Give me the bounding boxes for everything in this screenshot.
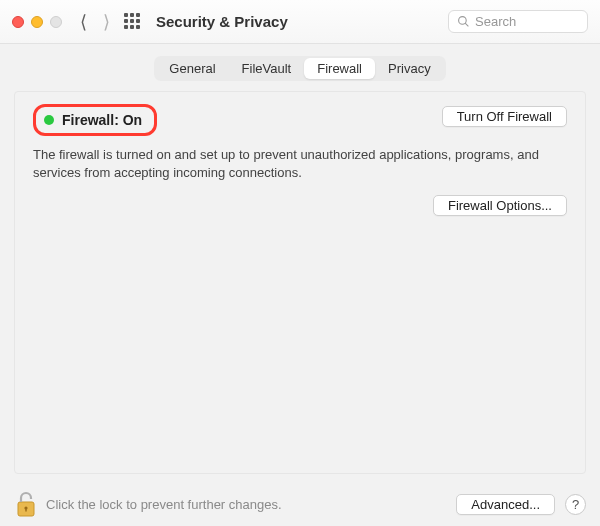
svg-point-0: [459, 17, 467, 25]
tab-group: General FileVault Firewall Privacy: [154, 56, 445, 81]
tab-firewall[interactable]: Firewall: [304, 58, 375, 79]
window-titlebar: ⟨ ⟩ Security & Privacy Search: [0, 0, 600, 44]
show-all-prefs-button[interactable]: [124, 13, 142, 31]
search-placeholder: Search: [475, 14, 516, 29]
firewall-options-button[interactable]: Firewall Options...: [433, 195, 567, 216]
options-row: Firewall Options...: [33, 195, 567, 216]
firewall-status-label: Firewall: On: [62, 112, 142, 128]
turn-off-firewall-button[interactable]: Turn Off Firewall: [442, 106, 567, 127]
footer-bar: Click the lock to prevent further change…: [0, 482, 600, 526]
tab-bar: General FileVault Firewall Privacy: [14, 56, 586, 81]
help-button[interactable]: ?: [565, 494, 586, 515]
status-row: Firewall: On Turn Off Firewall: [33, 106, 567, 136]
traffic-lights: [12, 16, 62, 28]
lock-hint-label: Click the lock to prevent further change…: [46, 497, 282, 512]
tab-general[interactable]: General: [156, 58, 228, 79]
firewall-status-highlight: Firewall: On: [33, 104, 157, 136]
forward-button[interactable]: ⟩: [103, 11, 110, 33]
status-indicator-icon: [44, 115, 54, 125]
window-title: Security & Privacy: [156, 13, 288, 30]
search-field[interactable]: Search: [448, 10, 588, 33]
tab-privacy[interactable]: Privacy: [375, 58, 444, 79]
back-button[interactable]: ⟨: [80, 11, 87, 33]
nav-arrows: ⟨ ⟩: [80, 11, 110, 33]
advanced-button[interactable]: Advanced...: [456, 494, 555, 515]
search-icon: [457, 15, 470, 28]
close-window-button[interactable]: [12, 16, 24, 28]
svg-rect-4: [25, 508, 26, 512]
firewall-description: The firewall is turned on and set up to …: [33, 146, 553, 181]
lock-icon[interactable]: [14, 490, 38, 518]
zoom-window-button[interactable]: [50, 16, 62, 28]
minimize-window-button[interactable]: [31, 16, 43, 28]
svg-line-1: [465, 23, 468, 26]
firewall-panel: Firewall: On Turn Off Firewall The firew…: [14, 91, 586, 474]
main-content: General FileVault Firewall Privacy Firew…: [0, 44, 600, 482]
tab-filevault[interactable]: FileVault: [229, 58, 305, 79]
